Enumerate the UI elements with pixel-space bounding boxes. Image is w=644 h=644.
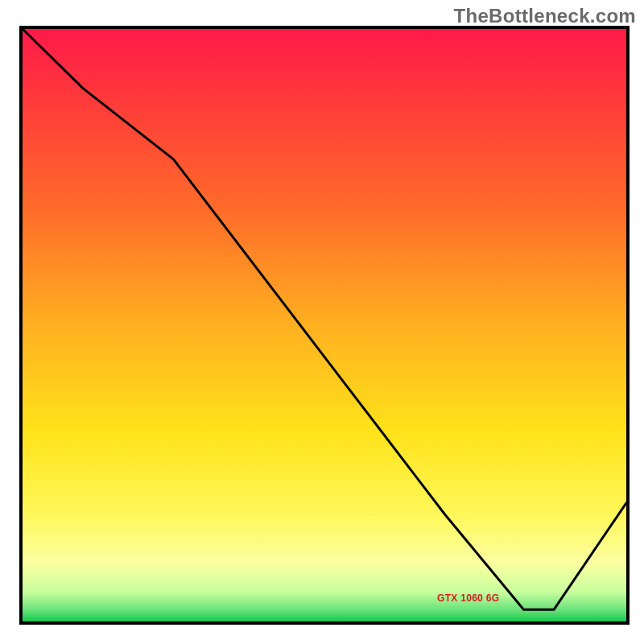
- watermark-text: TheBottleneck.com: [454, 5, 636, 27]
- plot-right-border: [626, 26, 630, 625]
- plot-area: GTX 1060 6G: [19, 29, 626, 625]
- line-chart-layer: [23, 29, 626, 621]
- chart-stage: TheBottleneck.com: [0, 0, 644, 644]
- series-label: GTX 1060 6G: [437, 592, 499, 604]
- series-line: [23, 29, 626, 609]
